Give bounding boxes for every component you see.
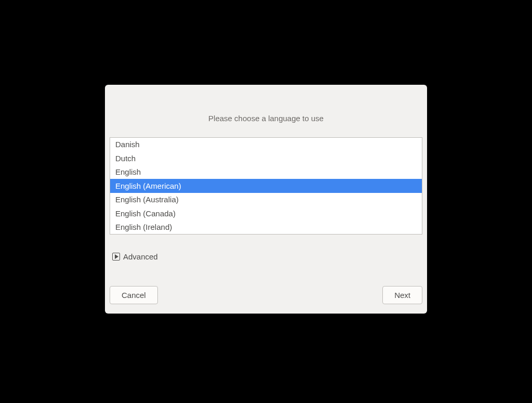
svg-marker-0: [115, 254, 118, 259]
list-item[interactable]: English (Ireland): [110, 220, 422, 235]
list-item[interactable]: Danish: [110, 138, 422, 152]
list-item[interactable]: English (Australia): [110, 193, 422, 207]
advanced-toggle[interactable]: Advanced: [112, 252, 416, 261]
list-item[interactable]: English (Canada): [110, 206, 422, 220]
next-button[interactable]: Next: [382, 286, 422, 304]
list-item[interactable]: English (American): [110, 179, 422, 193]
expand-right-icon: [112, 253, 120, 261]
language-listbox[interactable]: Danish Dutch English English (American) …: [110, 137, 422, 235]
language-selection-dialog: Please choose a language to use Danish D…: [105, 85, 427, 314]
cancel-button[interactable]: Cancel: [110, 286, 158, 304]
advanced-label: Advanced: [123, 252, 158, 261]
list-item[interactable]: English: [110, 165, 422, 179]
dialog-buttons: Cancel Next: [110, 286, 422, 304]
dialog-title: Please choose a language to use: [116, 114, 416, 123]
list-item[interactable]: Dutch: [110, 151, 422, 165]
spacer: [116, 261, 416, 274]
